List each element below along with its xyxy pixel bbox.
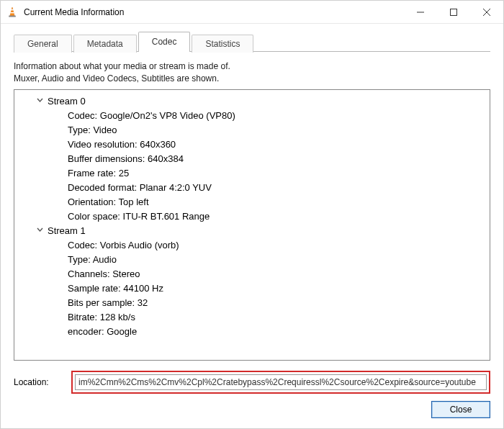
tree-value: Bitrate: 128 kb/s [68, 310, 135, 325]
close-button[interactable]: Close [431, 401, 490, 418]
tree-value: Type: Video [68, 123, 117, 137]
codec-tree[interactable]: Stream 0 Codec: Google/On2's VP8 Video (… [14, 89, 490, 361]
tree-value: Channels: Stereo [68, 267, 140, 281]
tab-statistics[interactable]: Statistics [192, 35, 253, 53]
button-row: Close [14, 401, 490, 418]
chevron-down-icon[interactable] [35, 224, 45, 238]
tree-row[interactable]: Bitrate: 128 kb/s [16, 310, 488, 325]
window-controls [404, 1, 503, 23]
minimize-button[interactable] [404, 1, 437, 23]
tree-stream-0[interactable]: Stream 0 [16, 94, 488, 109]
svg-rect-1 [11, 9, 14, 10]
location-label: Location: [14, 377, 64, 387]
tree-value: Type: Audio [68, 253, 117, 267]
svg-marker-0 [10, 7, 14, 16]
intro-line-1: Information about what your media or str… [14, 60, 490, 73]
tree-row[interactable]: encoder: Google [16, 325, 488, 339]
tree-row[interactable]: Type: Video [16, 123, 488, 137]
tree-stream-1[interactable]: Stream 1 [16, 224, 488, 238]
tree-row[interactable]: Type: Audio [16, 253, 488, 267]
tree-value: Buffer dimensions: 640x384 [68, 152, 184, 166]
tree-value: Frame rate: 25 [68, 166, 129, 181]
tree-value: Bits per sample: 32 [68, 296, 148, 310]
intro-line-2: Muxer, Audio and Video Codecs, Subtitles… [14, 73, 490, 85]
tree-row[interactable]: Bits per sample: 32 [16, 296, 488, 310]
window-close-button[interactable] [470, 1, 503, 23]
vlc-cone-icon [6, 6, 18, 18]
tree-label: Stream 1 [48, 224, 86, 238]
chevron-down-icon[interactable] [35, 94, 45, 109]
location-input[interactable] [75, 374, 487, 390]
tree-row[interactable]: Color space: ITU-R BT.601 Range [16, 209, 488, 224]
content-area: General Metadata Codec Statistics Inform… [1, 24, 503, 428]
titlebar: Current Media Information [1, 1, 503, 24]
media-info-window: Current Media Information General Metada… [0, 0, 504, 429]
svg-rect-5 [451, 9, 457, 15]
tree-value: Codec: Vorbis Audio (vorb) [68, 238, 179, 253]
svg-rect-3 [9, 15, 16, 17]
tree-row[interactable]: Codec: Google/On2's VP8 Video (VP80) [16, 109, 488, 123]
tab-metadata[interactable]: Metadata [73, 35, 137, 53]
tree-value: encoder: Google [68, 325, 137, 339]
tree-value: Color space: ITU-R BT.601 Range [68, 209, 210, 224]
svg-rect-2 [10, 12, 14, 13]
tree-row[interactable]: Frame rate: 25 [16, 166, 488, 181]
location-highlight-box [71, 371, 490, 394]
tree-row[interactable]: Video resolution: 640x360 [16, 137, 488, 152]
window-title: Current Media Information [24, 7, 124, 17]
tree-value: Codec: Google/On2's VP8 Video (VP80) [68, 109, 235, 123]
tree-label: Stream 0 [48, 94, 86, 109]
tab-general[interactable]: General [14, 35, 72, 53]
tree-row[interactable]: Codec: Vorbis Audio (vorb) [16, 238, 488, 253]
tree-value: Video resolution: 640x360 [68, 137, 176, 152]
maximize-button[interactable] [437, 1, 470, 23]
tree-row[interactable]: Channels: Stereo [16, 267, 488, 281]
tree-value: Sample rate: 44100 Hz [68, 281, 163, 296]
tree-row[interactable]: Sample rate: 44100 Hz [16, 281, 488, 296]
tree-value: Decoded format: Planar 4:2:0 YUV [68, 181, 212, 195]
location-row: Location: [14, 371, 490, 394]
tree-row[interactable]: Decoded format: Planar 4:2:0 YUV [16, 181, 488, 195]
tab-codec[interactable]: Codec [138, 32, 191, 52]
codec-panel: Information about what your media or str… [14, 52, 490, 418]
tree-row[interactable]: Orientation: Top left [16, 195, 488, 209]
tree-row[interactable]: Buffer dimensions: 640x384 [16, 152, 488, 166]
panel-description: Information about what your media or str… [14, 60, 490, 85]
tree-value: Orientation: Top left [68, 195, 149, 209]
tab-bar: General Metadata Codec Statistics [14, 31, 490, 51]
